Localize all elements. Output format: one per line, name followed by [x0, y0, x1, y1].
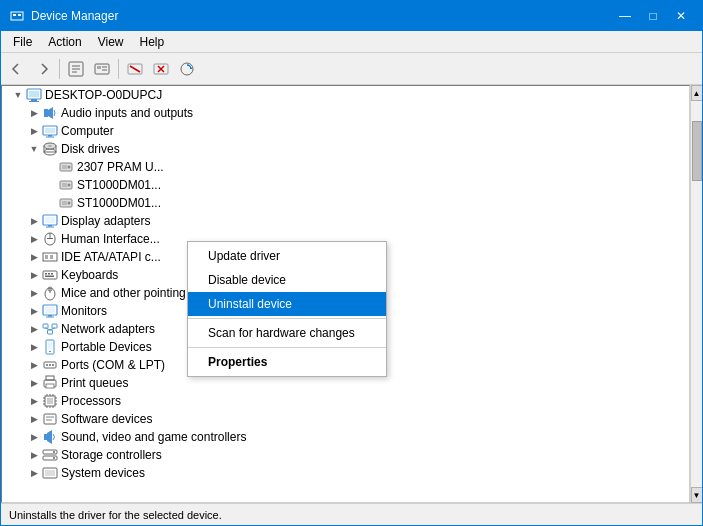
- network-icon: [42, 321, 58, 337]
- sound-expand[interactable]: ▶: [26, 429, 42, 445]
- tree-item-sound[interactable]: ▶ Sound, video and game controllers: [2, 428, 689, 446]
- audio-expand[interactable]: ▶: [26, 105, 42, 121]
- processors-expand[interactable]: ▶: [26, 393, 42, 409]
- tree-item-system[interactable]: ▶ System devices: [2, 464, 689, 482]
- hid-icon: [42, 231, 58, 247]
- software-expand[interactable]: ▶: [26, 411, 42, 427]
- storage-expand[interactable]: ▶: [26, 447, 42, 463]
- svg-rect-75: [46, 384, 54, 388]
- tree-item-software[interactable]: ▶ Software devices: [2, 410, 689, 428]
- monitors-icon: [42, 303, 58, 319]
- system-icon: [42, 465, 58, 481]
- processors-icon: [42, 393, 58, 409]
- network-label: Network adapters: [61, 322, 155, 336]
- computer-node-icon: [42, 123, 58, 139]
- tree-item-computer[interactable]: ▶ Computer: [2, 122, 689, 140]
- ctx-sep-2: [188, 347, 386, 348]
- svg-rect-53: [45, 276, 54, 278]
- display-expand[interactable]: ▶: [26, 213, 42, 229]
- disk3-label: ST1000DM01...: [77, 196, 161, 210]
- disk-expand[interactable]: ▼: [26, 141, 42, 157]
- svg-rect-21: [44, 109, 48, 117]
- print-icon: [42, 375, 58, 391]
- ctx-uninstall-device[interactable]: Uninstall device: [188, 292, 386, 316]
- menu-action[interactable]: Action: [40, 33, 89, 51]
- network-expand[interactable]: ▶: [26, 321, 42, 337]
- svg-point-70: [46, 364, 48, 366]
- svg-rect-58: [45, 307, 55, 313]
- tree-item-audio[interactable]: ▶ Audio inputs and outputs: [2, 104, 689, 122]
- computer-expand[interactable]: ▶: [26, 123, 42, 139]
- scroll-down-arrow[interactable]: ▼: [691, 487, 703, 503]
- tree-item-display[interactable]: ▶ Display adapters: [2, 212, 689, 230]
- portable-expand[interactable]: ▶: [26, 339, 42, 355]
- disk2-expand: [42, 177, 58, 193]
- context-menu: Update driver Disable device Uninstall d…: [187, 241, 387, 377]
- svg-rect-62: [52, 324, 57, 328]
- forward-button[interactable]: [31, 57, 55, 81]
- svg-point-38: [68, 202, 71, 205]
- ports-expand[interactable]: ▶: [26, 357, 42, 373]
- svg-point-32: [68, 166, 71, 169]
- svg-rect-19: [31, 99, 37, 101]
- tree-panel[interactable]: ▼ DESKTOP-O0DUPCJ ▶: [1, 85, 690, 503]
- svg-rect-25: [46, 137, 54, 138]
- audio-label: Audio inputs and outputs: [61, 106, 193, 120]
- ctx-properties[interactable]: Properties: [188, 350, 386, 374]
- ide-label: IDE ATA/ATAPI c...: [61, 250, 161, 264]
- keyboard-expand[interactable]: ▶: [26, 267, 42, 283]
- tree-item-storage[interactable]: ▶ Storage controllers: [2, 446, 689, 464]
- svg-rect-37: [62, 201, 67, 205]
- tree-root[interactable]: ▼ DESKTOP-O0DUPCJ: [2, 86, 689, 104]
- disable-button[interactable]: [123, 57, 147, 81]
- close-button[interactable]: ✕: [668, 6, 694, 26]
- menu-view[interactable]: View: [90, 33, 132, 51]
- system-label: System devices: [61, 466, 145, 480]
- ctx-update-driver[interactable]: Update driver: [188, 244, 386, 268]
- disk1-icon: [58, 159, 74, 175]
- scan-hardware-button[interactable]: [175, 57, 199, 81]
- svg-rect-49: [43, 271, 57, 279]
- tree-item-processors[interactable]: ▶: [2, 392, 689, 410]
- mice-expand[interactable]: ▶: [26, 285, 42, 301]
- toolbar: [1, 53, 702, 85]
- system-expand[interactable]: ▶: [26, 465, 42, 481]
- minimize-button[interactable]: —: [612, 6, 638, 26]
- monitors-expand[interactable]: ▶: [26, 303, 42, 319]
- scrollbar[interactable]: ▲ ▼: [690, 85, 702, 503]
- update-driver-button[interactable]: [90, 57, 114, 81]
- ctx-disable-device[interactable]: Disable device: [188, 268, 386, 292]
- computer-icon: [26, 87, 42, 103]
- tree-item-disk[interactable]: ▼ Disk drives: [2, 140, 689, 158]
- svg-rect-63: [48, 330, 53, 334]
- tree-item-disk2[interactable]: ST1000DM01...: [2, 176, 689, 194]
- audio-icon: [42, 105, 58, 121]
- svg-rect-61: [43, 324, 48, 328]
- disk-icon: [42, 141, 58, 157]
- computer-label: Computer: [61, 124, 114, 138]
- maximize-button[interactable]: □: [640, 6, 666, 26]
- ctx-sep-1: [188, 318, 386, 319]
- properties-toolbar-button[interactable]: [64, 57, 88, 81]
- uninstall-button[interactable]: [149, 57, 173, 81]
- menu-help[interactable]: Help: [132, 33, 173, 51]
- tree-item-disk3[interactable]: ST1000DM01...: [2, 194, 689, 212]
- keyboard-icon: [42, 267, 58, 283]
- app-icon: [9, 8, 25, 24]
- root-expand[interactable]: ▼: [10, 87, 26, 103]
- tree-item-disk1[interactable]: 2307 PRAM U...: [2, 158, 689, 176]
- scroll-up-arrow[interactable]: ▲: [691, 85, 703, 101]
- print-expand[interactable]: ▶: [26, 375, 42, 391]
- scroll-track[interactable]: [691, 101, 703, 487]
- svg-rect-23: [45, 128, 55, 133]
- ide-expand[interactable]: ▶: [26, 249, 42, 265]
- svg-rect-99: [45, 470, 55, 476]
- svg-rect-0: [11, 12, 23, 20]
- menu-file[interactable]: File: [5, 33, 40, 51]
- hid-expand[interactable]: ▶: [26, 231, 42, 247]
- svg-rect-24: [48, 135, 52, 137]
- disk1-label: 2307 PRAM U...: [77, 160, 164, 174]
- ctx-scan-hardware[interactable]: Scan for hardware changes: [188, 321, 386, 345]
- scroll-thumb[interactable]: [692, 121, 702, 181]
- back-button[interactable]: [5, 57, 29, 81]
